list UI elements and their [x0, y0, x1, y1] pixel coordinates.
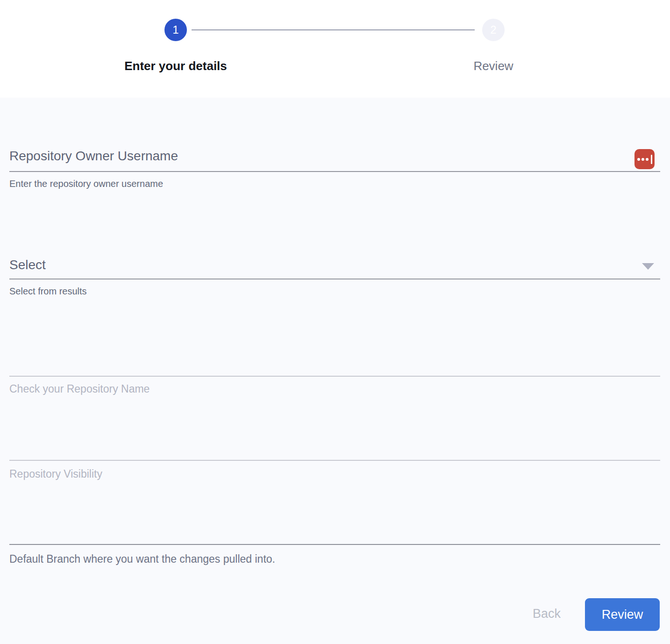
step-1-indicator: 1: [164, 19, 187, 41]
select-field-underline: [9, 279, 660, 279]
repository-name-input[interactable]: [9, 321, 660, 375]
repository-visibility-underline: [9, 460, 660, 461]
chevron-down-icon: [642, 263, 654, 270]
repository-name-underline: [9, 376, 660, 377]
password-manager-icon-dot: [641, 158, 644, 161]
default-branch-input[interactable]: [9, 489, 660, 543]
repository-visibility-input[interactable]: [9, 405, 660, 459]
default-branch-helper-text: Default Branch where you want the change…: [9, 553, 275, 565]
repository-owner-username-input[interactable]: [9, 142, 626, 170]
review-button[interactable]: Review: [585, 598, 660, 631]
step-2-indicator: 2: [482, 19, 505, 41]
repository-visibility-helper-text: Repository Visibility: [9, 468, 102, 480]
repository-name-helper-text: Check your Repository Name: [9, 383, 150, 395]
default-branch-underline: [9, 544, 660, 545]
step-2-number: 2: [490, 23, 496, 36]
password-manager-icon[interactable]: [634, 149, 655, 169]
details-form: Enter the repository owner username Sele…: [0, 98, 670, 644]
back-button[interactable]: Back: [519, 599, 575, 629]
step-1-number: 1: [172, 23, 178, 36]
step-1-label: Enter your details: [124, 59, 227, 73]
password-manager-icon-cursor: [651, 155, 652, 164]
step-2-label: Review: [473, 59, 513, 73]
wizard-stepper: 1 2 Enter your details Review: [0, 0, 670, 98]
owner-field-underline: [9, 171, 660, 172]
select-field-helper-text: Select from results: [9, 286, 87, 297]
repository-select-value: Select: [9, 258, 46, 272]
owner-field-helper-text: Enter the repository owner username: [9, 179, 163, 189]
password-manager-icon-dot: [646, 158, 649, 161]
repository-select-dropdown[interactable]: Select: [9, 252, 660, 279]
step-connector-line: [192, 29, 475, 30]
password-manager-icon-dot: [637, 158, 640, 161]
